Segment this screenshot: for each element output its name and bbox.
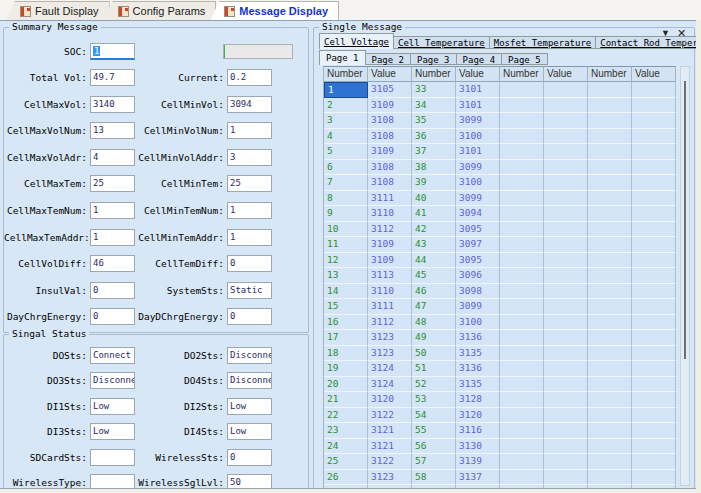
table-cell[interactable]: [500, 408, 544, 424]
table-cell[interactable]: 3128: [456, 392, 500, 408]
table-cell[interactable]: 3120: [456, 408, 500, 424]
table-cell[interactable]: [588, 268, 632, 284]
field-input-cellmaxvolnum[interactable]: 13: [90, 122, 135, 139]
table-cell[interactable]: [588, 408, 632, 424]
field-input-cellmaxtem[interactable]: 25: [90, 175, 135, 192]
table-cell[interactable]: [544, 129, 588, 145]
table-cell[interactable]: [632, 160, 676, 176]
table-cell[interactable]: 15: [324, 299, 368, 315]
table-cell[interactable]: [500, 129, 544, 145]
table-cell[interactable]: 3136: [456, 361, 500, 377]
table-cell[interactable]: 2: [324, 98, 368, 114]
table-cell[interactable]: [544, 315, 588, 331]
table-cell[interactable]: [544, 268, 588, 284]
table-cell[interactable]: 3109: [368, 253, 412, 269]
field-input-cellmaxvol[interactable]: 3140: [90, 96, 135, 113]
table-cell[interactable]: [500, 98, 544, 114]
table-cell[interactable]: 3123: [368, 346, 412, 362]
table-cell[interactable]: [588, 191, 632, 207]
table-cell[interactable]: 3135: [456, 377, 500, 393]
table-cell[interactable]: 3105: [368, 82, 412, 98]
table-cell[interactable]: [632, 206, 676, 222]
table-cell[interactable]: 3100: [456, 175, 500, 191]
table-cell[interactable]: 3111: [368, 191, 412, 207]
table-cell[interactable]: 35: [412, 113, 456, 129]
field-input-di3sts[interactable]: Low: [90, 423, 135, 440]
table-cell[interactable]: [588, 284, 632, 300]
table-cell[interactable]: [588, 222, 632, 238]
table-cell[interactable]: [632, 253, 676, 269]
table-cell[interactable]: [544, 361, 588, 377]
table-cell[interactable]: [632, 392, 676, 408]
table-cell[interactable]: 47: [412, 299, 456, 315]
table-cell[interactable]: 3108: [368, 113, 412, 129]
column-header-number[interactable]: Number: [500, 66, 544, 82]
table-cell[interactable]: [588, 346, 632, 362]
tab-page-4[interactable]: Page 4: [457, 53, 503, 65]
table-cell[interactable]: 4: [324, 129, 368, 145]
table-cell[interactable]: [544, 454, 588, 470]
table-cell[interactable]: 34: [412, 98, 456, 114]
field-input-do4sts[interactable]: Disconnec: [227, 372, 272, 389]
table-cell[interactable]: 43: [412, 237, 456, 253]
tab-page-3[interactable]: Page 3: [411, 53, 457, 65]
table-cell[interactable]: [588, 82, 632, 98]
table-cell[interactable]: 55: [412, 423, 456, 439]
table-cell[interactable]: [500, 160, 544, 176]
table-cell[interactable]: 3099: [456, 191, 500, 207]
table-cell[interactable]: 3122: [368, 408, 412, 424]
table-cell[interactable]: 13: [324, 268, 368, 284]
column-header-value[interactable]: Value: [544, 66, 588, 82]
table-cell[interactable]: 25: [324, 454, 368, 470]
table-cell[interactable]: [500, 144, 544, 160]
table-cell[interactable]: 14: [324, 284, 368, 300]
table-cell[interactable]: 3130: [456, 439, 500, 455]
table-cell[interactable]: 50: [412, 346, 456, 362]
table-cell[interactable]: 3123: [368, 470, 412, 486]
table-cell[interactable]: [544, 470, 588, 486]
tab-fault-display[interactable]: Fault Display: [6, 1, 110, 20]
table-cell[interactable]: [588, 113, 632, 129]
table-cell[interactable]: [544, 392, 588, 408]
table-cell[interactable]: 3101: [456, 98, 500, 114]
field-input-cellmaxtemnum[interactable]: 1: [90, 202, 135, 219]
soc-input[interactable]: 1: [90, 43, 135, 60]
field-input-sdcardsts[interactable]: [90, 449, 135, 466]
field-input-wirelesssts[interactable]: 0: [227, 449, 272, 466]
scrollbar-thumb[interactable]: [684, 81, 686, 359]
table-cell[interactable]: [632, 222, 676, 238]
table-cell[interactable]: [588, 299, 632, 315]
table-cell[interactable]: [544, 82, 588, 98]
table-cell[interactable]: [500, 392, 544, 408]
table-cell[interactable]: [632, 454, 676, 470]
tab-message-display[interactable]: Message Display: [210, 1, 339, 20]
table-cell[interactable]: [500, 299, 544, 315]
table-cell[interactable]: [588, 129, 632, 145]
table-cell[interactable]: [544, 113, 588, 129]
table-cell[interactable]: [632, 113, 676, 129]
table-cell[interactable]: [632, 361, 676, 377]
table-cell[interactable]: 48: [412, 315, 456, 331]
table-cell[interactable]: [632, 423, 676, 439]
table-cell[interactable]: [632, 129, 676, 145]
table-cell[interactable]: [500, 284, 544, 300]
table-cell[interactable]: 3123: [368, 330, 412, 346]
table-cell[interactable]: [500, 423, 544, 439]
column-header-number[interactable]: Number: [412, 66, 456, 82]
table-cell[interactable]: [500, 330, 544, 346]
table-cell[interactable]: 3099: [456, 160, 500, 176]
table-cell[interactable]: 3112: [368, 222, 412, 238]
column-header-number[interactable]: Number: [588, 66, 632, 82]
table-cell[interactable]: 3112: [368, 315, 412, 331]
table-cell[interactable]: [632, 330, 676, 346]
field-input-dosts[interactable]: Connect: [90, 347, 135, 364]
field-input-total-vol[interactable]: 49.7: [90, 69, 135, 86]
table-cell[interactable]: 42: [412, 222, 456, 238]
field-input-di4sts[interactable]: Low: [227, 423, 272, 440]
table-cell[interactable]: [500, 361, 544, 377]
table-cell[interactable]: [588, 330, 632, 346]
tab-cell-voltage[interactable]: Cell Voltage: [319, 33, 394, 49]
table-cell[interactable]: [500, 253, 544, 269]
table-cell[interactable]: [500, 191, 544, 207]
field-input-celltemdiff[interactable]: 0: [227, 255, 272, 272]
